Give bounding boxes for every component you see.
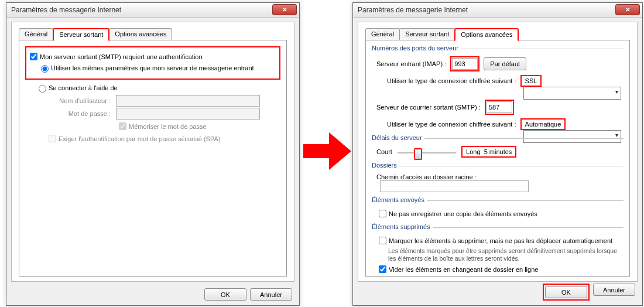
radio-login-with[interactable]: Se connecter à l'aide de (36, 83, 118, 93)
checkbox-require-auth[interactable]: Mon serveur sortant (SMTP) requiert une … (28, 51, 203, 62)
arrow-icon (303, 132, 351, 170)
legend-deleted-items: Éléments supprimés (372, 223, 433, 230)
cancel-button[interactable]: Annuler (250, 288, 292, 301)
tab-outgoing-server[interactable]: Serveur sortant (399, 28, 455, 41)
label-timeout-long: Long (466, 148, 480, 155)
input-username[interactable] (116, 95, 260, 107)
group-sent-items: Éléments envoyés Ne pas enregistrer une … (372, 200, 624, 223)
label-password: Mot de passe : (46, 110, 111, 117)
group-server-ports: Numéros des ports du serveur Serveur ent… (372, 49, 624, 134)
window-title: Paramètres de messagerie Internet (11, 6, 121, 14)
label-root-folder: Chemin d'accès au dossier racine : (376, 173, 477, 180)
checkbox-spa-input[interactable] (49, 135, 56, 142)
checkbox-purge-on-switch[interactable]: Vider les éléments en changeant de dossi… (376, 264, 538, 275)
tabstrip: Général Serveur sortant Options avancées (19, 28, 172, 40)
select-encryption-incoming[interactable] (523, 87, 621, 100)
tab-body: Numéros des ports du serveur Serveur ent… (365, 40, 630, 277)
checkbox-mark-deleted-input[interactable] (379, 237, 386, 244)
legend-sent-items: Éléments envoyés (372, 196, 427, 203)
input-outgoing-port[interactable] (487, 101, 512, 113)
label-encryption-outgoing: Utiliser le type de connexion chiffrée s… (387, 121, 516, 128)
tab-advanced[interactable]: Options avancées (109, 28, 172, 41)
slider-timeout[interactable] (398, 152, 456, 154)
group-folders: Dossiers Chemin d'accès au dossier racin… (372, 166, 624, 196)
cancel-button[interactable]: Annuler (593, 284, 635, 296)
checkbox-purge-on-switch-input[interactable] (379, 265, 386, 273)
legend-server-ports: Numéros des ports du serveur (372, 45, 461, 52)
dialog-advanced-options: Paramètres de messagerie Internet ✕ Géné… (352, 2, 643, 306)
tab-general[interactable]: Général (365, 28, 400, 41)
dialog-buttons: OK Annuler (204, 288, 292, 301)
group-server-timeout: Délais du serveur Court Long 5 minutes (372, 138, 624, 161)
checkbox-spa-label: Exiger l'authentification par mot de pas… (59, 135, 220, 142)
value-timeout: 5 minutes (484, 148, 512, 155)
tab-advanced[interactable]: Options avancées (454, 28, 519, 41)
close-button[interactable]: ✕ (615, 4, 640, 15)
window-title: Paramètres de messagerie Internet (358, 6, 468, 14)
dialog-buttons: OK Annuler (543, 284, 635, 301)
close-button[interactable]: ✕ (272, 4, 297, 15)
checkbox-remember-password-input[interactable] (119, 122, 126, 130)
titlebar[interactable]: Paramètres de messagerie Internet ✕ (353, 3, 642, 18)
ok-button[interactable]: OK (545, 286, 587, 298)
radio-same-settings-label: Utiliser les mêmes paramètres que mon se… (51, 64, 254, 71)
group-deleted-items: Éléments supprimés Marquer les éléments … (372, 227, 624, 278)
checkbox-mark-deleted-label: Marquer les éléments à supprimer, mais n… (389, 237, 612, 244)
checkbox-mark-deleted[interactable]: Marquer les éléments à supprimer, mais n… (376, 235, 612, 246)
ok-button[interactable]: OK (204, 288, 246, 301)
radio-login-with-label: Se connecter à l'aide de (49, 84, 118, 91)
dialog-client: Général Serveur sortant Options avancées… (11, 22, 294, 282)
radio-login-with-input[interactable] (39, 85, 46, 93)
value-encryption-incoming: SSL (522, 76, 541, 86)
button-default-ports[interactable]: Par défaut (484, 57, 526, 70)
checkbox-require-auth-input[interactable] (30, 53, 37, 60)
checkbox-no-sent-copy-input[interactable] (379, 210, 386, 217)
label-username: Nom d'utilisateur : (46, 97, 111, 104)
checkbox-no-sent-copy-label: Ne pas enregistrer une copie des élément… (389, 210, 537, 217)
text-mark-deleted-desc: Les éléments marqués pour être supprimés… (388, 247, 620, 262)
checkbox-require-auth-label: Mon serveur sortant (SMTP) requiert une … (40, 53, 203, 60)
value-encryption-outgoing: Automatique (522, 120, 565, 129)
radio-same-settings[interactable]: Utiliser les mêmes paramètres que mon se… (38, 63, 254, 73)
legend-folders: Dossiers (372, 162, 399, 169)
label-outgoing-port: Serveur de courrier sortant (SMTP) : (376, 104, 481, 111)
label-timeout-short: Court (376, 148, 392, 155)
slider-thumb[interactable] (414, 148, 422, 160)
input-password[interactable] (116, 108, 260, 120)
tabstrip: Général Serveur sortant Options avancées (365, 28, 518, 40)
checkbox-spa[interactable]: Exiger l'authentification par mot de pas… (46, 133, 220, 144)
label-encryption-incoming: Utiliser le type de connexion chiffrée s… (387, 77, 516, 84)
checkbox-purge-on-switch-label: Vider les éléments en changeant de dossi… (389, 266, 538, 273)
checkbox-remember-password-label: Mémoriser le mot de passe (129, 123, 207, 130)
legend-server-timeout: Délais du serveur (372, 134, 424, 141)
tab-outgoing-server[interactable]: Serveur sortant (53, 28, 109, 41)
titlebar[interactable]: Paramètres de messagerie Internet ✕ (6, 3, 299, 18)
radio-same-settings-input[interactable] (41, 65, 49, 73)
input-incoming-port[interactable] (452, 58, 478, 70)
input-root-folder[interactable] (380, 180, 529, 192)
tab-body: Mon serveur sortant (SMTP) requiert une … (19, 40, 287, 277)
dialog-smtp-outgoing: Paramètres de messagerie Internet ✕ Géné… (6, 2, 300, 306)
tab-general[interactable]: Général (19, 28, 53, 41)
label-incoming-port: Serveur entrant (IMAP) : (376, 60, 446, 67)
checkbox-no-sent-copy[interactable]: Ne pas enregistrer une copie des élément… (376, 208, 537, 219)
checkbox-remember-password[interactable]: Mémoriser le mot de passe (117, 121, 207, 132)
dialog-client: Général Serveur sortant Options avancées… (358, 22, 638, 282)
